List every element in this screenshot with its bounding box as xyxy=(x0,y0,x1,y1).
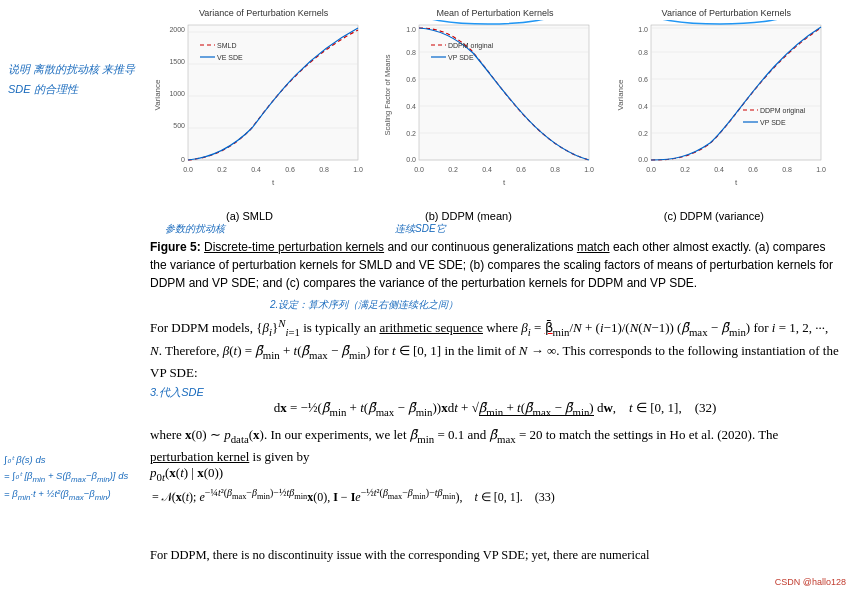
svg-text:Variance: Variance xyxy=(616,79,625,111)
annot-section3: 3.代入SDE xyxy=(150,385,204,400)
svg-text:0.2: 0.2 xyxy=(638,130,648,137)
chart-smld: Variance of Perturbation Kernels Varianc… xyxy=(150,8,377,199)
chart1-svg: Variance 0 500 1000 1500 2000 0.0 0. xyxy=(150,20,365,195)
svg-text:0.0: 0.0 xyxy=(646,166,656,173)
svg-text:0.2: 0.2 xyxy=(407,130,417,137)
equation-32: dx = −½(β̄min + t(β̄max − β̄min))xdt + √… xyxy=(150,400,840,418)
chart2-svg: Scaling Factor of Means 0.0 0.2 0.4 0.6 … xyxy=(381,20,596,195)
svg-text:1500: 1500 xyxy=(169,58,185,65)
svg-text:1.0: 1.0 xyxy=(407,26,417,33)
annot-section2: 2.设定：算术序列（满足右侧连续化之间） xyxy=(270,298,458,312)
body-para1: For DDPM models, {βi}Ni=1 is typically a… xyxy=(150,315,840,383)
charts-area: Variance of Perturbation Kernels Varianc… xyxy=(150,8,840,199)
chart-ddpm-mean: Mean of Perturbation Kernels Scaling Fac… xyxy=(381,8,608,199)
equation-33: = 𝒩(x(t); e−¼t²(βmax−βmin)−½tβminx(0), I… xyxy=(152,485,842,506)
svg-text:SMLD: SMLD xyxy=(217,42,236,49)
svg-text:0.8: 0.8 xyxy=(319,166,329,173)
svg-text:0.6: 0.6 xyxy=(407,76,417,83)
svg-text:VE SDE: VE SDE xyxy=(217,54,243,61)
svg-text:0.6: 0.6 xyxy=(516,166,526,173)
svg-text:0.8: 0.8 xyxy=(550,166,560,173)
svg-text:Scaling Factor of Means: Scaling Factor of Means xyxy=(383,54,392,135)
svg-text:0.0: 0.0 xyxy=(638,156,648,163)
svg-text:0.4: 0.4 xyxy=(714,166,724,173)
figure-label-c: (c) DDPM (variance) xyxy=(664,210,764,222)
svg-text:Variance: Variance xyxy=(153,79,162,111)
chart3-svg: Variance 0.0 0.2 0.4 0.6 0.8 1.0 0.0 0.2… xyxy=(613,20,828,195)
svg-text:1.0: 1.0 xyxy=(353,166,363,173)
svg-text:1.0: 1.0 xyxy=(638,26,648,33)
left-annotation-text: 说明 离散的扰动核 来推导SDE 的合理性 xyxy=(0,60,155,100)
svg-text:500: 500 xyxy=(173,122,185,129)
svg-text:0.4: 0.4 xyxy=(482,166,492,173)
svg-point-48 xyxy=(418,20,558,24)
svg-point-74 xyxy=(648,20,792,24)
svg-text:0.8: 0.8 xyxy=(782,166,792,173)
chart2-title: Mean of Perturbation Kernels xyxy=(381,8,608,18)
figure-label-a: (a) SMLD xyxy=(226,210,273,222)
left-margin-annotations: 说明 离散的扰动核 来推导SDE 的合理性 xyxy=(0,60,155,100)
annot-bottom-left: ∫₀ᵗ β(s) ds = ∫₀ᵗ [βmin + S(βmax−βmin)] … xyxy=(0,452,152,504)
svg-text:0.2: 0.2 xyxy=(448,166,458,173)
svg-text:1000: 1000 xyxy=(169,90,185,97)
chart1-title: Variance of Perturbation Kernels xyxy=(150,8,377,18)
p0t-fraction: p0t(x(t) | x(0)) xyxy=(150,465,840,483)
svg-text:2000: 2000 xyxy=(169,26,185,33)
svg-text:DDPM original: DDPM original xyxy=(760,107,806,115)
svg-text:0.4: 0.4 xyxy=(638,103,648,110)
caption-match: match xyxy=(577,240,610,254)
svg-text:1.0: 1.0 xyxy=(816,166,826,173)
figure-number: Figure 5: xyxy=(150,240,201,254)
chart-ddpm-variance: Variance of Perturbation Kernels Varianc… xyxy=(613,8,840,199)
svg-text:0: 0 xyxy=(181,156,185,163)
annot-smld-params: 参数的扰动核 xyxy=(165,222,225,236)
body-para3: For DDPM, there is no discontinuity issu… xyxy=(150,548,840,563)
svg-text:0.6: 0.6 xyxy=(285,166,295,173)
svg-text:1.0: 1.0 xyxy=(584,166,594,173)
chart3-title: Variance of Perturbation Kernels xyxy=(613,8,840,18)
svg-text:0.4: 0.4 xyxy=(251,166,261,173)
watermark: CSDN @hallo128 xyxy=(775,577,846,587)
caption-underlined: Discrete-time perturbation kernels xyxy=(204,240,384,254)
svg-text:0.6: 0.6 xyxy=(638,76,648,83)
svg-text:0.8: 0.8 xyxy=(407,49,417,56)
svg-text:0.2: 0.2 xyxy=(217,166,227,173)
svg-text:0.0: 0.0 xyxy=(414,166,424,173)
svg-text:0.0: 0.0 xyxy=(183,166,193,173)
svg-text:VP SDE: VP SDE xyxy=(448,54,474,61)
figure-labels: (a) SMLD (b) DDPM (mean) (c) DDPM (varia… xyxy=(150,210,840,222)
svg-text:0.6: 0.6 xyxy=(748,166,758,173)
svg-text:t: t xyxy=(735,178,738,187)
svg-text:DDPM original: DDPM original xyxy=(448,42,494,50)
svg-text:t: t xyxy=(503,178,506,187)
svg-text:0.0: 0.0 xyxy=(407,156,417,163)
svg-text:VP SDE: VP SDE xyxy=(760,119,786,126)
page: 说明 离散的扰动核 来推导SDE 的合理性 Variance of Pertur… xyxy=(0,0,854,592)
svg-text:0.4: 0.4 xyxy=(407,103,417,110)
svg-text:t: t xyxy=(272,178,275,187)
annot-sde-connect: 连续SDE它 xyxy=(395,222,446,236)
svg-text:0.8: 0.8 xyxy=(638,49,648,56)
figure-caption: Figure 5: Discrete-time perturbation ker… xyxy=(150,238,840,292)
annot-line1: 说明 离散的扰动核 来推导SDE 的合理性 xyxy=(8,63,135,95)
svg-text:0.2: 0.2 xyxy=(680,166,690,173)
body-para2: where x(0) ∼ pdata(x). In our experiment… xyxy=(150,425,840,468)
figure-label-b: (b) DDPM (mean) xyxy=(425,210,512,222)
